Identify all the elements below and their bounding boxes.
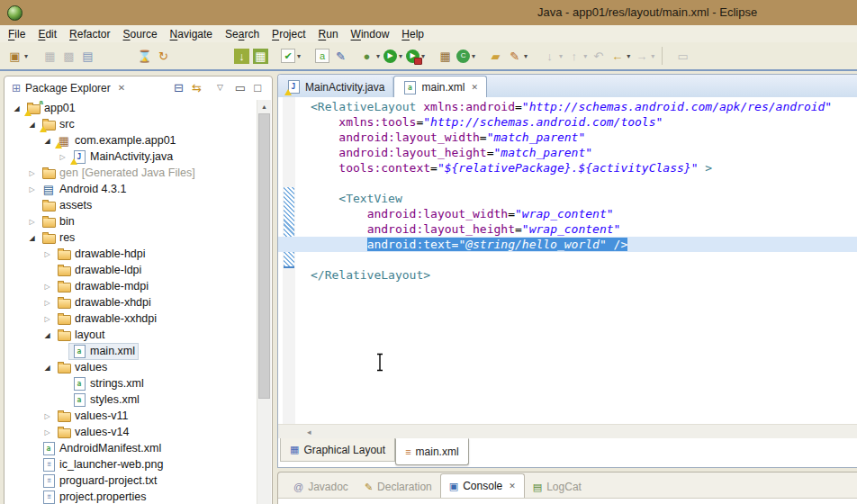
tree-item-res[interactable]: ◢res	[5, 230, 257, 246]
tree-item-mainactivity-java[interactable]: ▷JMainActivity.java	[5, 148, 257, 165]
tree-item-drawable-xhdpi[interactable]: ▷drawable-xhdpi	[5, 294, 257, 310]
previous-annotation-dropdown-icon[interactable]: ▾	[583, 52, 587, 60]
close-icon[interactable]: ✕	[509, 482, 516, 490]
tree-item-com-example-app01[interactable]: ◢▦com.example.app01	[5, 132, 257, 148]
menu-help[interactable]: Help	[395, 27, 430, 41]
tree-item-ic-launcher-web-png[interactable]: ≡ic_launcher-web.png	[5, 456, 257, 472]
tree-collapsed-icon[interactable]: ▷	[26, 169, 38, 177]
close-icon[interactable]: ✕	[118, 83, 125, 93]
tree-item-assets[interactable]: assets	[5, 197, 257, 213]
run-button[interactable]: ▶▾	[382, 49, 404, 64]
external-tools-button[interactable]: ▶▾	[404, 49, 427, 64]
tree-item-app01[interactable]: ◢aapp01	[5, 100, 257, 116]
new-java-class-button[interactable]: C▾	[455, 49, 477, 64]
tree-item-values[interactable]: ◢values	[5, 359, 257, 375]
menu-edit[interactable]: Edit	[32, 27, 63, 41]
tree-expanded-icon[interactable]: ◢	[41, 364, 53, 372]
tree-item-drawable-mdpi[interactable]: ▷drawable-mdpi	[5, 278, 257, 294]
link-with-editor-icon[interactable]: ⇆	[192, 82, 202, 94]
menu-search[interactable]: Search	[219, 27, 266, 41]
new-android-project-button[interactable]: a	[313, 48, 331, 64]
back-button[interactable]: ←▾	[608, 48, 632, 65]
menu-refactor[interactable]: Refactor	[63, 27, 116, 41]
console-tab-logcat[interactable]: ▤LogCat	[525, 476, 590, 498]
tree-collapsed-icon[interactable]: ▷	[41, 283, 53, 291]
next-annotation-button[interactable]: ↓▾	[540, 48, 564, 65]
tree-item-androidmanifest-xml[interactable]: aAndroidManifest.xml	[5, 440, 257, 456]
back-dropdown-icon[interactable]: ▾	[627, 52, 630, 60]
android-lint-button[interactable]: ✔▾	[279, 48, 302, 64]
next-annotation-dropdown-icon[interactable]: ▾	[559, 52, 563, 60]
tree-collapsed-icon[interactable]: ▷	[41, 299, 53, 307]
open-task-folder-button[interactable]: ▰	[486, 48, 505, 65]
android-test-button[interactable]: ✎	[331, 48, 350, 65]
page-tab-main-xml[interactable]: ≡main.xml	[395, 438, 468, 465]
console-content[interactable]	[278, 498, 857, 504]
package-explorer-tab[interactable]: ⊞ Package Explorer ✕	[12, 82, 125, 94]
menu-file[interactable]: File	[2, 27, 32, 41]
tree-expanded-icon[interactable]: ◢	[41, 137, 53, 145]
minimize-icon[interactable]: ▭	[235, 82, 246, 94]
new-wizard-dropdown-icon[interactable]: ▾	[24, 52, 28, 60]
tree-item-src[interactable]: ◢src	[5, 116, 257, 132]
tree-item-strings-xml[interactable]: astrings.xml	[5, 375, 257, 392]
debug-button[interactable]: ●▾	[357, 48, 382, 65]
tree-expanded-icon[interactable]: ◢	[11, 104, 23, 112]
tree-item-drawable-ldpi[interactable]: drawable-ldpi	[5, 262, 257, 278]
mark-occurrences-button[interactable]: ✎▾	[505, 48, 529, 65]
save-button[interactable]: ▦	[41, 48, 59, 65]
scroll-left-icon[interactable]: ◂	[307, 428, 311, 436]
close-icon[interactable]: ✕	[472, 83, 479, 92]
debug-dropdown-icon[interactable]: ▾	[376, 52, 380, 60]
android-sdk-manager-button[interactable]: ↓	[232, 48, 251, 65]
tree-collapsed-icon[interactable]: ▷	[57, 153, 68, 161]
editor-tab-main-xml[interactable]: amain.xml✕	[393, 76, 487, 98]
tree-item-proguard-project-txt[interactable]: ≡proguard-project.txt	[5, 472, 257, 489]
tree-collapsed-icon[interactable]: ▷	[41, 315, 53, 323]
scrollbar-thumb[interactable]	[258, 113, 270, 399]
tree-expanded-icon[interactable]: ◢	[26, 121, 38, 129]
console-tab-declaration[interactable]: ✎Declaration	[356, 476, 440, 498]
tree-collapsed-icon[interactable]: ▷	[26, 218, 38, 226]
refresh-file-button[interactable]: ↻	[154, 48, 173, 65]
mark-occurrences-dropdown-icon[interactable]: ▾	[524, 52, 528, 60]
page-tab-graphical-layout[interactable]: ▦Graphical Layout	[280, 438, 395, 462]
menu-source[interactable]: Source	[117, 27, 164, 41]
new-wizard-button[interactable]: ▣▾	[5, 48, 30, 65]
tree-item-bin[interactable]: ▷bin	[5, 213, 257, 230]
open-perspective-button[interactable]: ▭	[673, 48, 692, 65]
tree-item-gen[interactable]: ▷gen [Generated Java Files]	[5, 165, 257, 181]
tree-expanded-icon[interactable]: ◢	[41, 331, 53, 339]
tree-item-project-properties[interactable]: ≡project.properties	[5, 489, 257, 504]
tree-scrollbar[interactable]: ▲	[257, 100, 271, 504]
tree-item-values-v11[interactable]: ▷values-v11	[5, 408, 257, 424]
editor-tab-mainactivity-java[interactable]: JMainActivity.java	[278, 76, 393, 97]
tree-item-main-xml[interactable]: amain.xml	[5, 343, 257, 359]
tree-item-android-4-3-1[interactable]: ▷▤Android 4.3.1	[5, 181, 257, 197]
new-java-project-button[interactable]: ▦	[436, 48, 455, 65]
tree-expanded-icon[interactable]: ◢	[26, 234, 38, 242]
menu-window[interactable]: Window	[345, 27, 396, 41]
code-editor[interactable]: <RelativeLayout xmlns:android="http://sc…	[278, 97, 857, 424]
forward-dropdown-icon[interactable]: ▾	[651, 52, 654, 60]
tree-collapsed-icon[interactable]: ▷	[41, 428, 53, 436]
editor-hscrollbar[interactable]: ◂	[278, 424, 857, 439]
tree-item-layout[interactable]: ◢layout	[5, 327, 257, 343]
scroll-up-icon[interactable]: ▲	[257, 100, 271, 113]
tree-item-values-v14[interactable]: ▷values-v14	[5, 424, 257, 440]
tree-collapsed-icon[interactable]: ▷	[26, 185, 38, 194]
menu-project[interactable]: Project	[266, 27, 311, 41]
tree-collapsed-icon[interactable]: ▷	[41, 250, 53, 258]
menu-navigate[interactable]: Navigate	[164, 27, 219, 41]
tree-item-drawable-hdpi[interactable]: ▷drawable-hdpi	[5, 246, 257, 262]
save-all-button[interactable]: ▩	[59, 48, 78, 65]
last-edit-location-button[interactable]: ↶	[589, 48, 608, 65]
maximize-icon[interactable]: □	[254, 82, 261, 94]
collapse-all-icon[interactable]: ⊟	[174, 82, 184, 94]
android-lint-dropdown-icon[interactable]: ▾	[297, 52, 301, 60]
console-tab-javadoc[interactable]: @Javadoc	[285, 476, 356, 498]
android-avd-manager-button[interactable]: ▦	[251, 48, 270, 65]
previous-annotation-button[interactable]: ↑▾	[564, 48, 589, 65]
open-type-button[interactable]: ⌛	[135, 48, 154, 65]
menu-run[interactable]: Run	[312, 27, 345, 41]
